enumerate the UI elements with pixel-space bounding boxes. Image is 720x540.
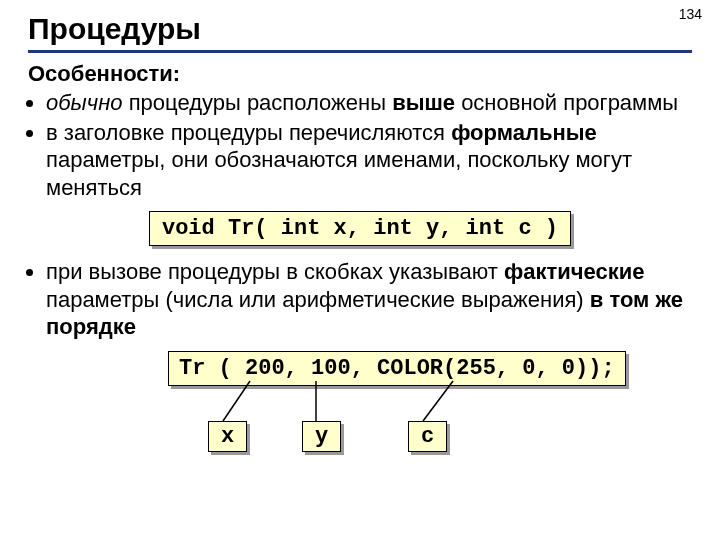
bullet-list: обычно процедуры расположены выше основн… <box>46 89 692 201</box>
slide-title: Процедуры <box>28 12 692 53</box>
bullet-2-end: параметры, они обозначаются именами, пос… <box>46 147 632 200</box>
bullet-2-prefix: в заголовке процедуры перечисляются <box>46 120 451 145</box>
slide-content: Процедуры Особенности: обычно процедуры … <box>0 0 720 471</box>
code-declaration: void Tr( int x, int y, int c ) <box>149 211 571 246</box>
bullet-1-bold: выше <box>392 90 455 115</box>
bullet-3-prefix: при вызове процедуры в скобках указывают <box>46 259 504 284</box>
code-call: Tr ( 200, 100, COLOR(255, 0, 0)); <box>168 351 626 386</box>
bullet-1-end: основной программы <box>455 90 678 115</box>
code-call-wrap: Tr ( 200, 100, COLOR(255, 0, 0)); x y c <box>168 351 692 471</box>
bullet-list-2: при вызове процедуры в скобках указывают… <box>46 258 692 341</box>
svg-line-0 <box>223 381 250 421</box>
var-y-box: y <box>302 421 341 452</box>
bullet-2-bold: формальные <box>451 120 597 145</box>
bullet-1: обычно процедуры расположены выше основн… <box>46 89 692 117</box>
var-c-box: c <box>408 421 447 452</box>
var-x-box: x <box>208 421 247 452</box>
svg-line-2 <box>423 381 453 421</box>
bullet-1-italic: обычно <box>46 90 123 115</box>
bullet-3: при вызове процедуры в скобках указывают… <box>46 258 692 341</box>
bullet-3-bold1: фактические <box>504 259 645 284</box>
subtitle: Особенности: <box>28 61 692 87</box>
bullet-3-mid: параметры (числа или арифметические выра… <box>46 287 590 312</box>
bullet-2: в заголовке процедуры перечисляются форм… <box>46 119 692 202</box>
page-number: 134 <box>679 6 702 22</box>
bullet-1-text: процедуры расположены <box>123 90 393 115</box>
code-declaration-wrap: void Tr( int x, int y, int c ) <box>28 211 692 246</box>
